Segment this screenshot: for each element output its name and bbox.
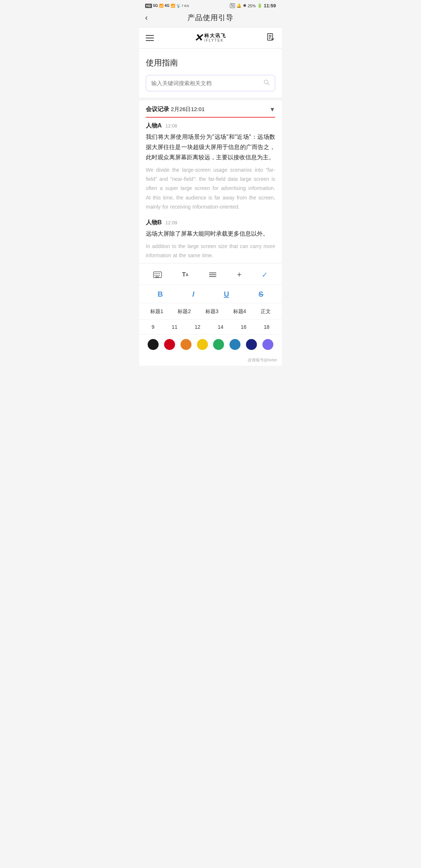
- back-button[interactable]: ‹: [145, 13, 148, 23]
- time-a: 12:08: [166, 123, 178, 129]
- bold-button[interactable]: B: [152, 289, 168, 300]
- message-meta-b: 人物B 12:09: [146, 219, 275, 226]
- save-document-icon[interactable]: [266, 33, 275, 43]
- status-left: HD 5G 📶 4G 📶 📡 7 K/s: [145, 4, 189, 8]
- hamburger-line2: [146, 38, 154, 38]
- fontsize-12[interactable]: 12: [191, 323, 204, 331]
- color-row: [139, 335, 282, 356]
- brand-header: ✕ 科大讯飞 iFLYTEK: [139, 27, 282, 49]
- guide-title: 使用指南: [146, 57, 275, 68]
- color-dark-blue[interactable]: [246, 339, 257, 350]
- fontsize-9[interactable]: 9: [148, 323, 158, 331]
- hamburger-line1: [146, 35, 154, 36]
- logo-chinese: 科大讯飞: [204, 33, 226, 38]
- network-speed: 7 K/s: [182, 4, 189, 8]
- search-icon: [263, 79, 270, 87]
- italic-button[interactable]: I: [187, 289, 200, 300]
- message-b-en: In addition to the large screen size tha…: [146, 242, 275, 260]
- search-box[interactable]: [146, 75, 275, 91]
- message-meta-a: 人物A 12:08: [146, 122, 275, 130]
- svg-line-6: [268, 83, 269, 85]
- meeting-section: 会议记录 2月26日12:01 ▼ 人物A 12:08 我们将大屏使用场景分为"…: [139, 100, 282, 263]
- heading1-button[interactable]: 标题1: [147, 308, 166, 316]
- toolbar-row1: TA + ✓: [139, 263, 282, 285]
- message-a-en: We divide the large-screen usage scenari…: [146, 165, 275, 212]
- page-title: 产品使用引导: [187, 13, 234, 23]
- 5g-indicator: 5G: [153, 4, 158, 8]
- status-bar: HD 5G 📶 4G 📶 📡 7 K/s N 🔔 ✱ 25% 🔋 11:59: [139, 0, 282, 10]
- meeting-header: 会议记录 2月26日12:01 ▼: [146, 100, 275, 118]
- body-text-button[interactable]: 正文: [258, 308, 274, 316]
- fontsize-16[interactable]: 16: [237, 323, 250, 331]
- watermark: @搜狐号@listter: [139, 356, 282, 366]
- underline-button[interactable]: U: [219, 289, 234, 300]
- color-purple[interactable]: [262, 339, 273, 350]
- alarm-icon: 🔔: [236, 3, 242, 8]
- meeting-title: 会议记录: [146, 106, 169, 112]
- fontsize-14[interactable]: 14: [214, 323, 227, 331]
- top-navigation: ‹ 产品使用引导: [139, 10, 282, 27]
- color-orange[interactable]: [181, 339, 191, 350]
- 4g-indicator: 4G: [164, 4, 169, 8]
- color-black[interactable]: [148, 339, 159, 350]
- heading-row: 标题1 标题2 标题3 标题4 正文: [139, 303, 282, 320]
- color-yellow[interactable]: [197, 339, 208, 350]
- search-input[interactable]: [151, 80, 263, 86]
- strikethrough-button[interactable]: S: [253, 289, 268, 300]
- text-format-button[interactable]: TA: [178, 270, 192, 280]
- message-b-zh: 远场大屏除了屏幕大能同时承载更多信息以外。: [146, 229, 275, 239]
- hamburger-line3: [146, 40, 154, 41]
- dropdown-arrow-icon[interactable]: ▼: [269, 106, 275, 113]
- battery-icon: 🔋: [257, 3, 262, 8]
- signal-bars-5g: 📶: [159, 4, 163, 8]
- status-time: 11:59: [264, 3, 276, 8]
- heading2-button[interactable]: 标题2: [175, 308, 194, 316]
- toolbar: TA + ✓ B I U S 标题1 标题2 标题3 标题4 正文 9 11 1…: [139, 263, 282, 356]
- color-red[interactable]: [164, 339, 175, 350]
- hamburger-menu[interactable]: [146, 35, 154, 41]
- list-button[interactable]: [205, 270, 220, 279]
- nfc-icon: N: [230, 3, 235, 8]
- meeting-date: 2月26日12:01: [171, 106, 205, 112]
- hd-badge: HD: [145, 4, 152, 8]
- fontsize-11[interactable]: 11: [168, 323, 181, 331]
- logo-wordmark: 科大讯飞 iFLYTEK: [204, 33, 226, 42]
- fontsize-18[interactable]: 18: [260, 323, 273, 331]
- logo-symbol: ✕: [194, 32, 201, 44]
- bluetooth-icon: ✱: [243, 3, 246, 8]
- color-green[interactable]: [213, 339, 224, 350]
- heading3-button[interactable]: 标题3: [202, 308, 221, 316]
- add-button[interactable]: +: [233, 269, 245, 281]
- message-a-zh: 我们将大屏使用场景分为"远场"和"近场"：远场数据大屏往往是一块超级大屏用于信息…: [146, 132, 275, 163]
- battery-percent: 25%: [248, 4, 256, 8]
- toolbar-row2: B I U S: [139, 285, 282, 303]
- signal-bars-4g: 📶: [171, 4, 175, 8]
- message-block-a: 人物A 12:08 我们将大屏使用场景分为"远场"和"近场"：远场数据大屏往往是…: [146, 118, 275, 214]
- fontsize-row: 9 11 12 14 16 18: [139, 320, 282, 335]
- color-blue[interactable]: [230, 339, 240, 350]
- speaker-a: 人物A: [146, 122, 162, 130]
- heading4-button[interactable]: 标题4: [230, 308, 249, 316]
- iflytek-logo: ✕ 科大讯飞 iFLYTEK: [194, 32, 226, 44]
- speaker-b: 人物B: [146, 219, 162, 226]
- status-right: N 🔔 ✱ 25% 🔋 11:59: [230, 3, 276, 8]
- meeting-header-info: 会议记录 2月26日12:01: [146, 106, 205, 113]
- logo-english: iFLYTEK: [204, 38, 226, 42]
- wifi-icon: 📡: [176, 4, 181, 8]
- confirm-button[interactable]: ✓: [258, 269, 272, 281]
- time-b: 12:09: [166, 220, 178, 225]
- keyboard-button[interactable]: [149, 270, 166, 280]
- guide-section: 使用指南: [139, 49, 282, 98]
- message-block-b: 人物B 12:09 远场大屏除了屏幕大能同时承载更多信息以外。 In addit…: [146, 214, 275, 263]
